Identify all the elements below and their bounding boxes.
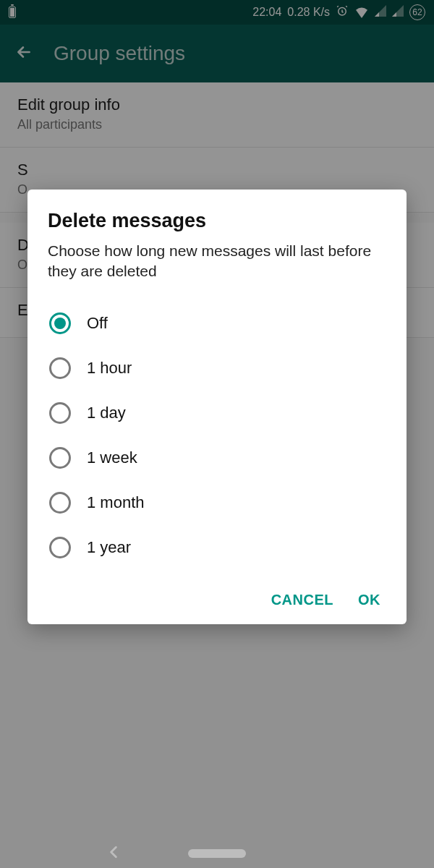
radio-icon [49, 537, 71, 558]
radio-list: Off 1 hour 1 day 1 week 1 month 1 year [48, 301, 386, 570]
radio-label: 1 week [87, 448, 137, 467]
radio-label: 1 month [87, 493, 145, 512]
radio-icon [49, 357, 71, 379]
ok-button[interactable]: OK [358, 592, 380, 608]
dialog-description: Choose how long new messages will last b… [48, 241, 386, 282]
dialog-overlay[interactable]: Delete messages Choose how long new mess… [0, 0, 434, 868]
delete-messages-dialog: Delete messages Choose how long new mess… [27, 190, 407, 624]
radio-icon [49, 402, 71, 424]
radio-option-1-week[interactable]: 1 week [48, 435, 386, 480]
radio-icon-selected [49, 312, 71, 334]
dialog-actions: CANCEL OK [48, 584, 386, 614]
nav-home-pill[interactable] [188, 849, 246, 858]
radio-option-1-month[interactable]: 1 month [48, 480, 386, 525]
system-nav-bar [0, 839, 434, 868]
radio-option-1-day[interactable]: 1 day [48, 391, 386, 435]
nav-back-icon[interactable] [109, 844, 119, 863]
radio-label: 1 hour [87, 359, 132, 378]
radio-option-1-year[interactable]: 1 year [48, 525, 386, 570]
radio-option-1-hour[interactable]: 1 hour [48, 346, 386, 391]
radio-icon [49, 492, 71, 514]
radio-icon [49, 447, 71, 469]
radio-label: 1 day [87, 404, 126, 422]
cancel-button[interactable]: CANCEL [271, 592, 333, 608]
radio-label: 1 year [87, 538, 131, 557]
dialog-title: Delete messages [48, 210, 386, 232]
radio-option-off[interactable]: Off [48, 301, 386, 346]
radio-label: Off [87, 314, 108, 333]
